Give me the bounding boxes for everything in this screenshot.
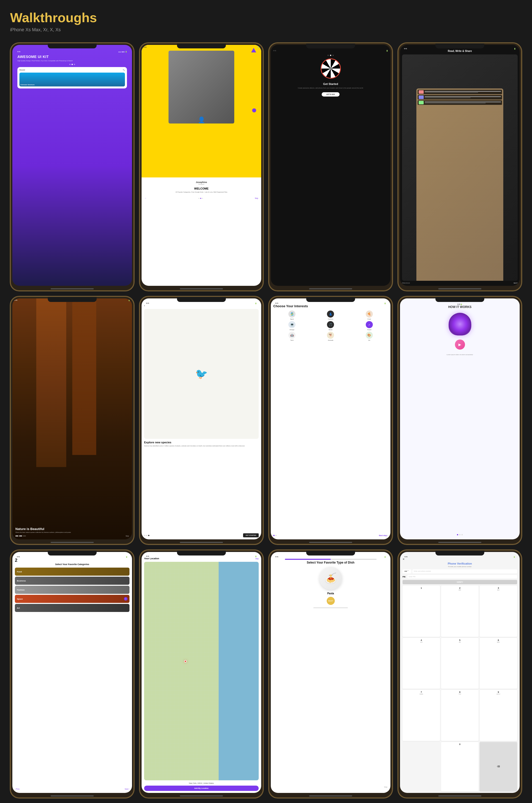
s12-phone-field[interactable]: Enter your phone number (412, 569, 517, 573)
s11-select-label: SELECT (328, 600, 333, 602)
s12-key-4[interactable]: 4GHI (402, 638, 440, 689)
s7-interest-art[interactable]: 🎨 Art (350, 332, 388, 341)
s6-back-btn[interactable]: ‹ (144, 304, 259, 307)
s2-nav-dot-3[interactable] (202, 198, 203, 199)
s10-water-area (218, 562, 259, 780)
s11-select-btn[interactable]: SELECT (327, 597, 335, 605)
s9-time: 9:41 (17, 556, 20, 558)
s2-person-name: Josephine (145, 181, 258, 184)
s1-dot-2[interactable] (72, 64, 73, 65)
s12-key-7[interactable]: 7PQRS (402, 690, 440, 741)
s8-dot-2[interactable] (459, 534, 460, 535)
s2-bottom: Josephine Designer WELCOME 10 Popular Ca… (141, 178, 261, 195)
s7-interest-food[interactable]: 🍕 Food (350, 311, 388, 320)
s9-title: Select Your Favorite Categories (15, 563, 130, 565)
s12-key-1[interactable]: 1 (402, 586, 440, 637)
s7-animals-label: Animals (328, 339, 333, 341)
s8-dot-1[interactable] (457, 534, 458, 535)
s3-dot-2[interactable] (330, 55, 331, 56)
s5-dot-2[interactable] (19, 536, 22, 536)
s4-phone-mockup (416, 89, 503, 281)
s9-prev-btn[interactable]: ‹ Prev (15, 788, 20, 790)
s12-key-delete[interactable]: ⌫ (480, 742, 517, 792)
phone-1: 9:41 ●●● WiFi 🔋 AWESOME UI KIT High Qual… (10, 43, 134, 291)
s7-interest-sport[interactable]: 🎽 Sport (273, 311, 310, 320)
s4-prev-btn[interactable]: PREVIOUS (402, 282, 410, 284)
s12-pin-field[interactable]: Enter PIN (407, 575, 517, 578)
s7-interest-animals[interactable]: 🐕 Animals (312, 332, 349, 341)
s7-interest-travel[interactable]: ✓ Travel (350, 321, 388, 331)
s12-key-5[interactable]: 5JKL (441, 638, 479, 689)
s9-food-item[interactable]: Food (15, 567, 130, 576)
s10-time: 9:41 (146, 556, 149, 557)
s10-map (144, 562, 259, 780)
s8-play-btn[interactable]: ▶ (455, 339, 465, 350)
phone-8: 9:41 🔋 HOW IT WORKS ▶ Lorem ipsum dolor … (398, 296, 522, 545)
s12-country-code[interactable]: +44 ˅ (402, 569, 411, 573)
s7-sport-label: Sport (290, 318, 294, 320)
s5-dot-3[interactable] (23, 536, 26, 536)
s7-dot-1[interactable] (273, 535, 274, 536)
s1-status-bar: 9:41 ●●● WiFi 🔋 (15, 50, 129, 53)
s12-verify-btn[interactable]: VERIFY (402, 580, 517, 584)
s9-next-btn[interactable]: Next › (125, 788, 130, 790)
s2-nav-dot-1[interactable] (198, 198, 200, 199)
s7-next-btn[interactable]: Next step › (379, 535, 388, 536)
s7-interest-tech[interactable]: 🤖 Tech (273, 332, 310, 341)
s1-search-icon[interactable]: 🔍 (123, 69, 125, 71)
s10-address: New York, 10012, United States (144, 782, 259, 784)
s6-bird-image: 🐦 (144, 309, 259, 439)
s2-nav-dot-2[interactable] (200, 198, 201, 199)
s7-interest-fashion[interactable]: 👗 Fashion (312, 311, 349, 320)
s4-next-btn[interactable]: NEXT (514, 282, 518, 284)
s12-key-8[interactable]: 8TUV (441, 690, 479, 741)
s12-key-6[interactable]: 6MNO (480, 638, 517, 689)
s10-skip-btn[interactable]: Skip (255, 558, 259, 560)
phone-4-home-bar (438, 288, 481, 290)
s8-dot-3[interactable] (461, 534, 463, 535)
s9-space-item[interactable]: Space ✓ (15, 595, 130, 603)
s12-phone-input-row: +44 ˅ Enter your phone number (402, 569, 517, 573)
s12-key-0[interactable]: 0 (441, 742, 479, 792)
s7-interest-design[interactable]: 💻 Design (273, 321, 310, 331)
s12-key-2[interactable]: 2ABC (441, 586, 479, 637)
s6-get-started-btn[interactable]: GET STARTED (243, 533, 259, 537)
s12-key-3[interactable]: 3DEF (480, 586, 517, 637)
s10-add-location-btn[interactable]: Add My Location (144, 786, 259, 791)
s6-dot-3[interactable] (148, 535, 149, 536)
s1-dot-1[interactable] (69, 64, 71, 65)
page-title: Walkthroughs (10, 10, 522, 25)
s6-dot-1[interactable] (144, 535, 145, 536)
s7-dot-2[interactable] (275, 535, 277, 536)
s2-skip-btn[interactable]: Skip (255, 197, 258, 199)
s3-dot-1[interactable] (327, 55, 329, 56)
s8-time: 9:41 (457, 303, 460, 305)
s7-design-label: Design (290, 329, 294, 331)
s7-interest-music[interactable]: 🎵 Music (312, 321, 349, 331)
s10-header: Your Location Skip (144, 557, 259, 560)
s9-space-bg (15, 595, 130, 603)
s1-dot-3[interactable] (74, 64, 75, 65)
s3-dot-3[interactable] (332, 55, 334, 56)
s2-back-arrow[interactable]: ← (145, 197, 147, 199)
s2-triangle-icon (251, 48, 256, 52)
s9-business-item[interactable]: Business (15, 577, 130, 585)
s5-dot-1[interactable] (15, 536, 18, 536)
s12-close-btn[interactable]: ✕ (402, 558, 517, 561)
s7-fashion-label: Fashion (328, 318, 333, 320)
s6-dot-2[interactable] (146, 535, 147, 536)
s9-fashion-label: Fashion (17, 589, 25, 591)
phone-8-home-bar (438, 542, 481, 543)
phone-9-notch (48, 550, 97, 556)
s11-dish-name: Pasta (327, 592, 334, 595)
s9-art-item[interactable]: Art (15, 604, 130, 612)
phone-10-notch (177, 550, 226, 556)
s9-fashion-item[interactable]: Fashion (15, 586, 130, 594)
s1-hero-text: AWESOME UI KIT (17, 55, 127, 59)
s2-nav-dots (198, 198, 203, 199)
s11-title: Select Your Favorite Type of Dish (307, 561, 355, 564)
s5-skip-btn[interactable]: Skip (126, 535, 129, 537)
s3-lets-go-btn[interactable]: LET'S GO! (322, 92, 340, 96)
s12-key-9[interactable]: 9WXYZ (480, 690, 517, 741)
s11-skip-btn[interactable]: Skip (384, 786, 387, 788)
